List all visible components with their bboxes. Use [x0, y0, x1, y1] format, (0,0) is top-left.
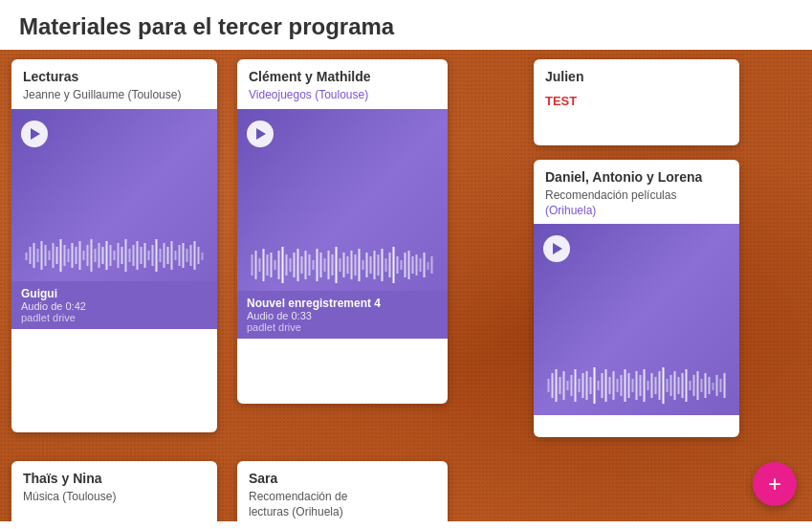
svg-rect-130 [682, 373, 684, 398]
svg-rect-3 [37, 249, 39, 262]
card-julien: Julien TEST [534, 59, 739, 145]
svg-rect-87 [405, 253, 406, 277]
svg-rect-103 [579, 379, 581, 392]
svg-rect-112 [613, 371, 615, 400]
svg-rect-85 [397, 256, 399, 274]
daniel-waveform [543, 365, 730, 404]
svg-rect-39 [175, 251, 177, 260]
svg-rect-123 [655, 377, 657, 394]
svg-rect-54 [278, 251, 280, 279]
daniel-subtitle: Recomendación películas (Orihuela) [545, 188, 728, 218]
svg-rect-107 [594, 367, 596, 404]
svg-rect-133 [693, 375, 695, 396]
thais-title: Thaïs y Nina [23, 471, 206, 486]
svg-rect-135 [701, 379, 703, 392]
svg-rect-93 [428, 262, 429, 270]
svg-rect-106 [590, 377, 592, 394]
svg-rect-52 [271, 253, 273, 277]
svg-rect-131 [686, 369, 688, 402]
svg-rect-72 [347, 256, 349, 274]
svg-rect-67 [328, 251, 330, 279]
clement-audio-player: Nouvel enregistrement 4 Audio de 0:33 pa… [237, 109, 448, 339]
svg-rect-109 [602, 373, 604, 398]
svg-rect-119 [640, 375, 642, 396]
svg-rect-8 [56, 247, 58, 264]
svg-rect-68 [332, 254, 334, 276]
svg-rect-1 [30, 247, 32, 264]
lecturas-play-button[interactable] [21, 121, 48, 147]
svg-rect-116 [628, 373, 630, 398]
svg-rect-66 [324, 258, 326, 272]
svg-rect-100 [567, 381, 569, 390]
svg-rect-136 [705, 373, 707, 398]
svg-rect-73 [351, 251, 353, 279]
svg-rect-50 [263, 249, 265, 281]
svg-rect-79 [374, 251, 376, 279]
svg-rect-113 [617, 379, 619, 392]
svg-rect-28 [133, 245, 135, 266]
svg-rect-86 [401, 260, 403, 270]
svg-rect-38 [171, 241, 173, 270]
julien-test: TEST [534, 94, 739, 116]
daniel-title: Daniel, Antonio y Lorena [545, 169, 728, 185]
lecturas-audio-duration: Audio de 0:42 [21, 300, 208, 312]
daniel-subtitle-link[interactable]: (Orihuela) [545, 204, 596, 217]
svg-rect-45 [198, 247, 200, 264]
svg-rect-33 [152, 245, 154, 266]
svg-rect-141 [724, 373, 726, 398]
lecturas-audio-name: Guigui [21, 287, 208, 300]
svg-rect-2 [33, 243, 35, 268]
svg-rect-120 [644, 369, 646, 402]
clement-waveform [247, 245, 438, 283]
svg-rect-9 [60, 239, 62, 272]
svg-rect-115 [625, 369, 626, 402]
clement-subtitle[interactable]: Videojuegos (Toulouse) [249, 88, 436, 103]
svg-rect-46 [202, 253, 204, 260]
svg-rect-25 [121, 247, 123, 264]
svg-rect-137 [709, 377, 711, 394]
svg-rect-128 [674, 371, 676, 400]
page-title: Materiales para el tercer programa [0, 0, 812, 50]
svg-rect-104 [582, 373, 584, 398]
svg-rect-110 [605, 369, 607, 402]
svg-rect-5 [45, 245, 47, 266]
svg-rect-117 [632, 379, 634, 392]
sara-title: Sara [249, 471, 436, 486]
svg-rect-4 [41, 241, 43, 270]
svg-rect-57 [290, 258, 292, 272]
svg-rect-96 [552, 373, 554, 398]
julien-title: Julien [545, 69, 728, 84]
svg-rect-71 [343, 253, 345, 277]
svg-rect-20 [102, 247, 104, 264]
svg-rect-102 [575, 369, 577, 402]
svg-rect-29 [137, 241, 139, 270]
svg-rect-121 [647, 381, 649, 390]
svg-rect-101 [571, 375, 573, 396]
add-fab-button[interactable]: + [753, 462, 797, 506]
lecturas-title: Lecturas [23, 69, 206, 84]
svg-rect-56 [286, 254, 288, 276]
svg-rect-0 [26, 253, 28, 260]
svg-rect-12 [72, 243, 74, 268]
svg-rect-6 [49, 251, 51, 260]
clement-play-button[interactable] [247, 121, 274, 147]
svg-rect-11 [68, 249, 70, 262]
svg-rect-139 [716, 375, 718, 396]
card-clement: Clément y Mathilde Videojuegos (Toulouse… [237, 59, 448, 404]
svg-rect-75 [359, 249, 361, 281]
svg-rect-99 [563, 371, 565, 400]
svg-rect-132 [690, 381, 691, 390]
clement-audio-duration: Audio de 0:33 [247, 310, 438, 321]
svg-rect-26 [125, 239, 127, 272]
svg-rect-60 [301, 256, 303, 274]
svg-rect-40 [179, 245, 181, 266]
svg-rect-108 [598, 381, 600, 390]
daniel-play-button[interactable] [543, 235, 570, 262]
svg-rect-82 [385, 258, 387, 272]
svg-rect-124 [659, 371, 661, 400]
svg-rect-61 [305, 251, 307, 279]
svg-rect-17 [91, 239, 93, 272]
svg-rect-53 [274, 260, 276, 270]
lecturas-subtitle: Jeanne y Guillaume (Toulouse) [23, 88, 206, 103]
svg-rect-21 [106, 241, 108, 270]
